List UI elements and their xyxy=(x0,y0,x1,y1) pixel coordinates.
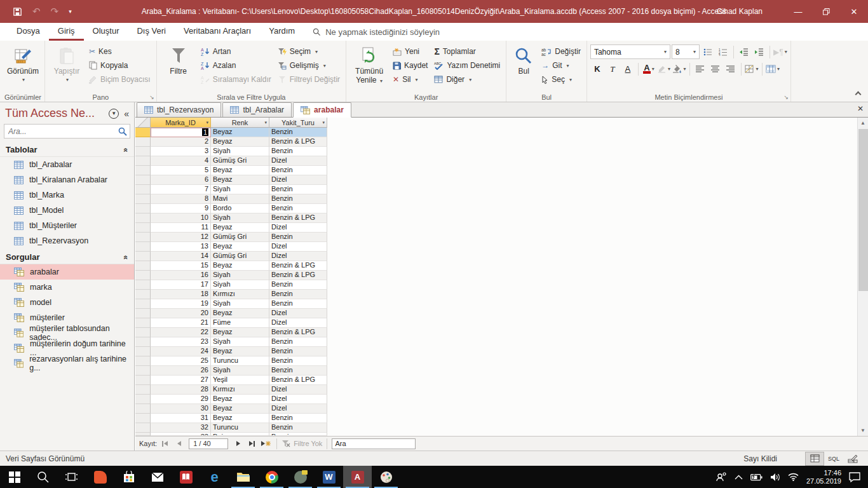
table-row[interactable]: 1 Beyaz Benzin xyxy=(135,128,857,137)
row-selector[interactable] xyxy=(135,395,151,404)
cut-button[interactable]: ✂ Kes xyxy=(86,44,153,58)
document-tab[interactable]: tbl_Rezervasyon xyxy=(137,102,221,117)
nav-item-query[interactable]: müşterilerin doğum tarihine ... xyxy=(0,341,134,356)
cell-marka-id[interactable]: 16 xyxy=(151,271,211,280)
scrollbar-thumb[interactable] xyxy=(858,129,868,291)
cell-yakit-turu[interactable]: Dizel xyxy=(269,309,327,318)
italic-button[interactable]: T xyxy=(606,62,620,76)
file-explorer-icon[interactable] xyxy=(229,466,257,488)
cell-renk[interactable]: Beyaz xyxy=(211,309,269,318)
cell-renk[interactable]: Siyah xyxy=(211,147,269,156)
table-row[interactable]: 21 Füme Dizel xyxy=(135,318,857,328)
cell-renk[interactable]: Siyah xyxy=(211,337,269,347)
cell-renk[interactable]: Mavi xyxy=(211,194,269,204)
row-selector[interactable] xyxy=(135,233,151,242)
close-object-icon[interactable]: ✕ xyxy=(857,104,864,113)
align-right-button[interactable] xyxy=(724,62,738,76)
new-record-button[interactable]: Yeni xyxy=(390,44,430,58)
cell-renk[interactable]: Gümüş Gri xyxy=(211,252,269,261)
cell-yakit-turu[interactable]: Benzin xyxy=(269,147,327,156)
background-color-button[interactable]: ▾ xyxy=(672,62,686,76)
row-selector[interactable] xyxy=(135,223,151,233)
collapse-section-icon[interactable]: « xyxy=(122,147,131,152)
cell-marka-id[interactable]: 26 xyxy=(151,366,211,376)
table-row[interactable]: 29 Beyaz Dizel xyxy=(135,395,857,404)
cell-marka-id[interactable]: 5 xyxy=(151,166,211,175)
row-selector[interactable] xyxy=(135,423,151,433)
cell-yakit-turu[interactable]: Dizel xyxy=(269,385,327,395)
decrease-indent-button[interactable] xyxy=(737,45,751,59)
underline-button[interactable]: A xyxy=(621,62,635,76)
table-row[interactable]: 17 Siyah Benzin xyxy=(135,280,857,290)
table-row[interactable]: 9 Bordo Benzin xyxy=(135,204,857,214)
cell-marka-id[interactable]: 12 xyxy=(151,233,211,242)
selection-filter-button[interactable]: Seçim ▾ xyxy=(275,44,342,58)
cell-renk[interactable]: Beyaz xyxy=(211,242,269,252)
align-left-button[interactable] xyxy=(693,62,707,76)
start-button[interactable] xyxy=(0,466,29,488)
cell-yakit-turu[interactable]: Dizel xyxy=(269,318,327,328)
save-icon[interactable] xyxy=(13,7,22,17)
clock[interactable]: 17:46 27.05.2019 xyxy=(806,469,841,485)
row-selector[interactable] xyxy=(135,194,151,204)
table-row[interactable]: 27 Yeşil Benzin & LPG xyxy=(135,376,857,385)
dialog-launcher-icon[interactable]: ↘ xyxy=(783,94,789,100)
shutter-bar-icon[interactable]: « xyxy=(124,109,129,119)
column-header-yakit-turu[interactable]: Yakit_Turu ▾ xyxy=(269,118,327,128)
table-row[interactable]: 25 Turuncu Benzin xyxy=(135,356,857,366)
more-button[interactable]: Diğer ▾ xyxy=(431,72,503,86)
design-view-button[interactable] xyxy=(843,452,862,466)
ribbon-tab[interactable]: Dış Veri xyxy=(128,23,175,41)
datasheet-view-button[interactable] xyxy=(805,452,824,466)
nav-search-input[interactable] xyxy=(4,127,118,136)
table-row[interactable]: 3 Siyah Benzin xyxy=(135,147,857,156)
table-row[interactable]: 13 Beyaz Dizel xyxy=(135,242,857,252)
cell-renk[interactable]: Gümüş Gri xyxy=(211,156,269,166)
record-position-box[interactable]: 1 / 40 xyxy=(189,438,228,449)
delete-record-button[interactable]: ✕ Sil ▾ xyxy=(390,72,430,86)
cell-yakit-turu[interactable]: Dizel xyxy=(269,156,327,166)
cell-marka-id[interactable]: 2 xyxy=(151,137,211,147)
row-selector[interactable] xyxy=(135,204,151,214)
spelling-button[interactable]: ABC Yazım Denetimi xyxy=(431,58,503,72)
table-row[interactable]: 20 Beyaz Dizel xyxy=(135,309,857,318)
cell-renk[interactable]: Beyaz xyxy=(211,175,269,185)
cell-renk[interactable]: Siyah xyxy=(211,366,269,376)
action-center-icon[interactable] xyxy=(849,472,860,482)
nav-item-query[interactable]: arabalar xyxy=(0,264,134,280)
cell-yakit-turu[interactable]: Dizel xyxy=(269,175,327,185)
cell-marka-id[interactable]: 11 xyxy=(151,223,211,233)
row-selector[interactable] xyxy=(135,376,151,385)
cell-yakit-turu[interactable]: Benzin xyxy=(269,194,327,204)
column-header-renk[interactable]: Renk ▾ xyxy=(211,118,269,128)
cell-renk[interactable]: Gümüş Gri xyxy=(211,233,269,242)
battery-icon[interactable] xyxy=(750,473,763,481)
column-dropdown-icon[interactable]: ▾ xyxy=(322,120,325,125)
cell-marka-id[interactable]: 30 xyxy=(151,404,211,414)
row-selector[interactable] xyxy=(135,252,151,261)
ribbon-tab[interactable]: Veritabanı Araçları xyxy=(175,23,260,41)
cell-marka-id[interactable]: 29 xyxy=(151,395,211,404)
cell-marka-id[interactable]: 21 xyxy=(151,318,211,328)
column-header-marka-id[interactable]: Marka_ID ▾ xyxy=(151,118,211,128)
cell-yakit-turu[interactable]: Benzin xyxy=(269,337,327,347)
cell-marka-id[interactable]: 3 xyxy=(151,147,211,156)
edge-icon[interactable]: e xyxy=(200,466,229,488)
row-selector[interactable] xyxy=(135,414,151,423)
totals-button[interactable]: Σ Toplamlar xyxy=(431,44,503,58)
table-row[interactable]: 5 Beyaz Benzin xyxy=(135,166,857,175)
nav-item-query[interactable]: rezarvasyonları alış tarihine g... xyxy=(0,356,134,371)
tell-me-search[interactable]: Ne yapmak istediğinizi söyleyin xyxy=(313,23,440,41)
taskbar-app-red-book-icon[interactable] xyxy=(172,466,200,488)
row-selector[interactable] xyxy=(135,214,151,223)
taskbar-app-green-icon[interactable] xyxy=(286,466,315,488)
row-selector[interactable] xyxy=(135,128,151,137)
remove-sort-button[interactable]: AZ Sıralamayı Kaldır xyxy=(198,72,274,86)
format-painter-button[interactable]: Biçim Boyacısı xyxy=(86,72,153,86)
row-selector[interactable] xyxy=(135,337,151,347)
filter-button[interactable]: Filtre xyxy=(160,43,197,92)
table-row[interactable]: 12 Gümüş Gri Benzin xyxy=(135,233,857,242)
row-selector[interactable] xyxy=(135,347,151,356)
table-row[interactable]: 2 Beyaz Benzin & LPG xyxy=(135,137,857,147)
cell-yakit-turu[interactable]: Benzin & LPG xyxy=(269,214,327,223)
